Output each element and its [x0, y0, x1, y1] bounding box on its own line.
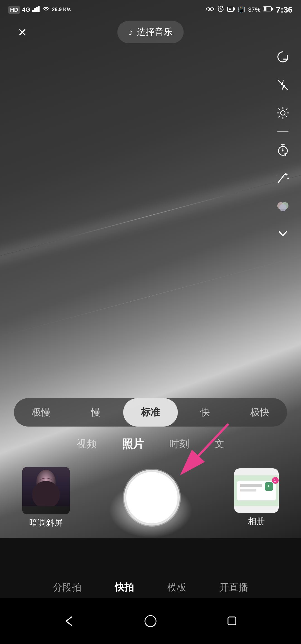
speed-item-kuai[interactable]: 快 [178, 398, 232, 427]
album-label: 相册 [234, 516, 279, 527]
battery-icon [263, 6, 273, 13]
speed-item-man[interactable]: 慢 [69, 398, 123, 427]
svg-rect-34 [228, 617, 236, 625]
thumbnail-face [22, 467, 70, 506]
close-button[interactable]: × [11, 21, 33, 43]
toolbar-divider [277, 131, 288, 132]
svg-point-4 [209, 8, 211, 10]
status-bar: HD 4G 26.9 K/s [0, 0, 301, 20]
album-preview: + 1 [234, 475, 279, 506]
svg-text:·: · [278, 173, 278, 177]
svg-rect-0 [32, 10, 34, 12]
thumbnail-wrapper: 暗调斜屏 [22, 467, 70, 529]
top-bar: × ♪ 选择音乐 [0, 21, 301, 43]
hd-badge: HD [8, 6, 20, 14]
svg-rect-27 [240, 484, 262, 487]
svg-rect-9 [264, 7, 266, 11]
svg-point-21 [279, 204, 287, 211]
status-right: 📳 37% 7:36 [206, 5, 293, 14]
nav-recents-button[interactable] [221, 610, 243, 632]
svg-text:+: + [267, 483, 270, 489]
music-button-label: 选择音乐 [137, 26, 173, 38]
flash-button[interactable] [273, 75, 293, 95]
camera-status-icon [227, 6, 235, 14]
mode-photo[interactable]: 照片 [116, 434, 150, 454]
wifi-icon [42, 6, 50, 14]
mode-video[interactable]: 视频 [71, 434, 102, 454]
svg-text:3: 3 [284, 152, 287, 157]
battery-percent: 37% [248, 6, 260, 13]
light-streak-2 [0, 241, 301, 351]
refresh-button[interactable] [273, 47, 293, 67]
thumbnail-button[interactable] [22, 467, 70, 514]
svg-rect-2 [36, 7, 38, 12]
svg-text:1: 1 [274, 479, 276, 483]
signal-icon [32, 6, 40, 14]
music-button[interactable]: ♪ 选择音乐 [117, 21, 184, 43]
right-toolbar: 3 ✦ · ✦ [273, 47, 293, 243]
svg-point-7 [229, 8, 231, 10]
nav-item-moban[interactable]: 模板 [162, 578, 192, 597]
filter-button[interactable] [273, 196, 293, 216]
status-left: HD 4G 26.9 K/s [8, 6, 71, 14]
speed-selector: 极慢 慢 标准 快 极快 [14, 398, 287, 427]
svg-point-33 [145, 616, 156, 627]
speed-indicator: 26.9 K/s [52, 7, 71, 13]
svg-text:✦: ✦ [287, 176, 290, 181]
svg-rect-3 [38, 6, 40, 12]
clock-time: 7:36 [276, 5, 293, 14]
nav-back-button[interactable] [58, 610, 80, 632]
settings-button[interactable] [273, 103, 293, 123]
speed-item-jiman[interactable]: 极慢 [14, 398, 69, 427]
shutter-button[interactable] [124, 470, 180, 526]
magic-button[interactable]: ✦ · ✦ [273, 168, 293, 188]
music-note-icon: ♪ [128, 27, 133, 37]
album-wrapper: + 1 相册 [234, 468, 279, 527]
mode-selector: 视频 照片 时刻 文 [0, 434, 301, 454]
speed-item-jikuai[interactable]: 极快 [232, 398, 287, 427]
svg-rect-1 [34, 8, 36, 12]
mode-moment[interactable]: 时刻 [164, 434, 195, 454]
speed-item-biaozhun[interactable]: 标准 [123, 398, 178, 427]
shutter-wrapper [124, 470, 180, 526]
bottom-nav: 分段拍 快拍 模板 开直播 [0, 578, 301, 597]
mode-text[interactable]: 文 [209, 434, 230, 454]
light-streak-1 [0, 161, 301, 270]
camera-controls: 暗调斜屏 [0, 454, 301, 541]
eye-icon [206, 6, 214, 13]
svg-point-14 [282, 150, 284, 152]
thumbnail-label: 暗调斜屏 [22, 517, 70, 529]
svg-point-23 [32, 481, 60, 506]
svg-point-12 [281, 111, 285, 115]
svg-rect-10 [271, 8, 273, 10]
nav-item-kuaipai[interactable]: 快拍 [109, 578, 139, 597]
vibrate-icon: 📳 [238, 6, 245, 13]
network-indicator: 4G [22, 6, 30, 13]
alarm-icon [217, 5, 224, 14]
album-button[interactable]: + 1 [234, 468, 279, 513]
nav-item-fenduan[interactable]: 分段拍 [47, 578, 87, 597]
more-button[interactable] [273, 224, 293, 243]
system-nav-bar [0, 598, 301, 644]
nav-home-button[interactable] [139, 610, 162, 632]
shutter-inner [127, 473, 176, 522]
nav-item-zhibo[interactable]: 开直播 [214, 578, 254, 597]
svg-rect-28 [240, 489, 256, 492]
timer-button[interactable]: 3 [273, 140, 293, 160]
